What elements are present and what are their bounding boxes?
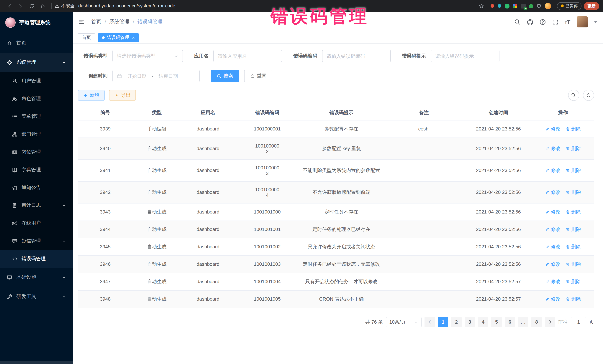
- row-app: dashboard: [181, 181, 235, 203]
- sidebar-item-log[interactable]: 审计日志: [0, 197, 73, 214]
- delete-link[interactable]: 删除: [566, 261, 581, 267]
- user-avatar[interactable]: [577, 16, 588, 27]
- error-type-select[interactable]: 请选择错误码类型: [112, 50, 183, 62]
- delete-link[interactable]: 删除: [566, 278, 581, 285]
- sidebar-item-home[interactable]: 首页: [0, 33, 73, 53]
- delete-link[interactable]: 删除: [566, 145, 581, 152]
- end-date-input[interactable]: [156, 73, 181, 79]
- app-name-input[interactable]: [218, 53, 278, 59]
- address-bar[interactable]: dashboard.yudao.iocoder.cn/system/error-…: [78, 3, 476, 9]
- page-button-8[interactable]: 8: [531, 317, 542, 327]
- extension-icon[interactable]: [505, 3, 510, 8]
- extensions-puzzle-icon[interactable]: [537, 3, 541, 8]
- github-icon[interactable]: [527, 19, 533, 25]
- browser-forward-icon[interactable]: [16, 1, 25, 10]
- search-icon[interactable]: [514, 19, 521, 25]
- extension-icon[interactable]: [491, 4, 494, 8]
- page-button-2[interactable]: 2: [451, 317, 462, 327]
- fullscreen-icon[interactable]: [552, 19, 558, 25]
- edit-link[interactable]: 修改: [545, 278, 560, 285]
- delete-link[interactable]: 删除: [566, 167, 581, 174]
- tab-home[interactable]: 首页: [78, 33, 95, 42]
- update-button[interactable]: 更新: [584, 2, 599, 10]
- column-header-type: 类型: [132, 105, 181, 120]
- row-id: 3944: [78, 221, 132, 238]
- extension-icon[interactable]: on: [521, 3, 526, 8]
- paused-chip[interactable]: 已暂停: [557, 2, 581, 10]
- edit-link[interactable]: 修改: [545, 145, 560, 152]
- close-icon[interactable]: ×: [132, 35, 135, 40]
- breadcrumb-system[interactable]: 系统管理: [109, 19, 129, 25]
- delete-link[interactable]: 删除: [566, 243, 581, 250]
- edit-link[interactable]: 修改: [545, 167, 560, 174]
- edit-link[interactable]: 修改: [545, 226, 560, 232]
- error-hint-input[interactable]: [435, 53, 495, 59]
- browser-reload-icon[interactable]: [27, 1, 36, 10]
- table-row: 3942自动生成dashboard100100000 4不允许获取敏感配置到前端…: [78, 181, 594, 203]
- chevron-down-icon[interactable]: [594, 21, 597, 23]
- edit-link[interactable]: 修改: [545, 243, 560, 250]
- prev-page-button[interactable]: [425, 317, 435, 327]
- goto-page-input[interactable]: [571, 317, 586, 327]
- extension-icon[interactable]: [498, 4, 501, 8]
- start-date-input[interactable]: [124, 73, 150, 79]
- delete-link[interactable]: 删除: [566, 189, 581, 196]
- edit-link[interactable]: 修改: [545, 125, 560, 132]
- sidebar-item-user[interactable]: 用户管理: [0, 72, 73, 90]
- delete-link[interactable]: 删除: [566, 209, 581, 215]
- search-button[interactable]: 搜索: [211, 70, 239, 82]
- sidebar-item-gear[interactable]: 系统管理: [0, 53, 73, 72]
- page-size-select[interactable]: 10条/页: [386, 317, 422, 327]
- sidebar-item-megaphone[interactable]: 通知公告: [0, 179, 73, 197]
- tab-error-code[interactable]: 错误码管理 ×: [98, 33, 139, 42]
- sidebar-item-wrench[interactable]: 研发工具: [0, 287, 73, 306]
- row-message: 不允许获取敏感配置到前端: [300, 181, 383, 203]
- sidebar-item-org[interactable]: 部门管理: [0, 125, 73, 143]
- sidebar: 芋道管理系统 首页系统管理用户管理角色管理菜单管理部门管理岗位管理字典管理通知公…: [0, 12, 73, 364]
- toggle-search-button[interactable]: [568, 90, 579, 101]
- edit-link[interactable]: 修改: [545, 209, 560, 215]
- delete-link[interactable]: 删除: [566, 296, 581, 302]
- date-range-picker[interactable]: -: [112, 70, 200, 82]
- page-button-1[interactable]: 1: [438, 317, 448, 327]
- browser-profile-avatar[interactable]: [545, 3, 551, 9]
- page-button-4[interactable]: 4: [478, 317, 488, 327]
- sidebar-item-monitor[interactable]: 基础设施: [0, 268, 73, 287]
- page-button-6[interactable]: 6: [505, 317, 515, 327]
- sidebar-item-badge[interactable]: 岗位管理: [0, 143, 73, 161]
- browser-home-icon[interactable]: [38, 1, 47, 10]
- sidebar-collapse-bar[interactable]: [0, 361, 73, 364]
- sidebar-item-menu-list[interactable]: 菜单管理: [0, 108, 73, 125]
- error-code-input[interactable]: [326, 53, 386, 59]
- extension-icon[interactable]: [513, 4, 517, 8]
- sidebar-item-users[interactable]: 角色管理: [0, 90, 73, 108]
- sidebar-item-sms[interactable]: 短信管理: [0, 232, 73, 250]
- extension-icon[interactable]: [529, 4, 533, 8]
- refresh-table-button[interactable]: [583, 90, 594, 101]
- export-button[interactable]: 导出: [109, 90, 136, 101]
- delete-link[interactable]: 删除: [566, 125, 581, 132]
- help-icon[interactable]: [539, 19, 546, 25]
- page-button-5[interactable]: 5: [491, 317, 502, 327]
- browser-back-icon[interactable]: [5, 1, 14, 10]
- app-logo[interactable]: 芋道管理系统: [0, 12, 73, 33]
- bookmark-star-icon[interactable]: [477, 1, 486, 10]
- collapse-menu-icon[interactable]: [78, 19, 85, 25]
- breadcrumb-home[interactable]: 首页: [91, 19, 101, 25]
- table-row: 3943自动生成dashboard1001001000定时任务不存在2021-0…: [78, 203, 594, 221]
- code-icon: [12, 256, 17, 262]
- edit-link[interactable]: 修改: [545, 189, 560, 196]
- edit-link[interactable]: 修改: [545, 261, 560, 267]
- add-button[interactable]: 新增: [78, 90, 105, 101]
- font-size-icon[interactable]: TT: [565, 19, 570, 25]
- security-chip[interactable]: 不安全: [55, 3, 75, 9]
- next-page-button[interactable]: [545, 317, 555, 327]
- page-button-3[interactable]: 3: [464, 317, 475, 327]
- edit-link[interactable]: 修改: [545, 296, 560, 302]
- sidebar-item-book[interactable]: 字典管理: [0, 161, 73, 179]
- extensions-cluster: on: [491, 3, 551, 9]
- delete-link[interactable]: 删除: [566, 226, 581, 232]
- sidebar-item-code[interactable]: 错误码管理: [0, 250, 73, 268]
- sidebar-item-online[interactable]: 在线用户: [0, 214, 73, 232]
- reset-button[interactable]: 重置: [244, 70, 272, 82]
